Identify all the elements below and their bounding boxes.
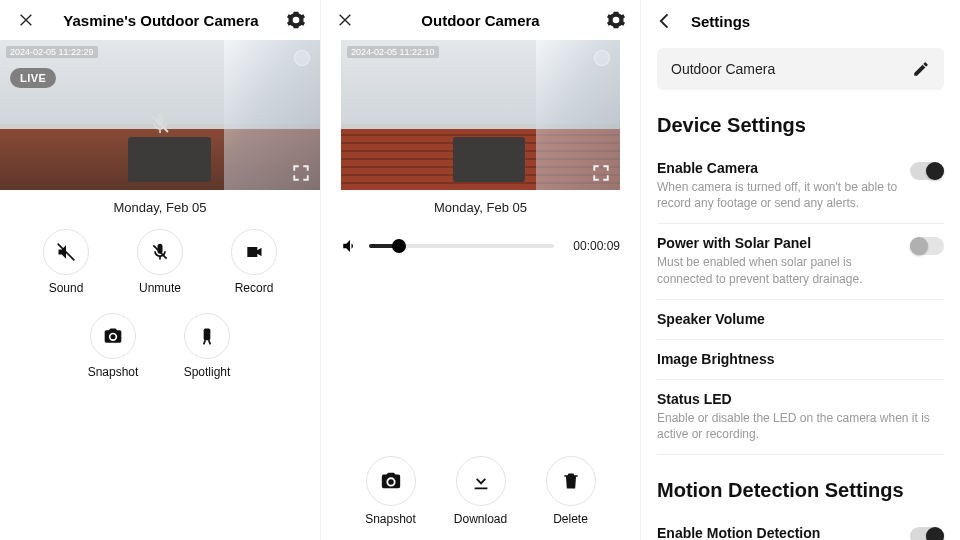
setting-title: Speaker Volume (657, 311, 944, 327)
sound-label: Sound (49, 281, 84, 295)
settings-panel: Settings Outdoor Camera Device Settings … (640, 0, 960, 540)
svg-rect-0 (204, 329, 211, 341)
microphone-icon (148, 112, 172, 136)
close-icon[interactable] (14, 8, 38, 32)
setting-title: Enable Motion Detection (657, 525, 898, 540)
live-badge: LIVE (10, 68, 56, 88)
section-title-motion: Motion Detection Settings (657, 479, 944, 502)
unmute-label: Unmute (139, 281, 181, 295)
spotlight-button[interactable]: Spotlight (175, 313, 239, 379)
setting-solar-panel: Power with Solar PanelMust be enabled wh… (657, 224, 944, 299)
snapshot-label: Snapshot (88, 365, 139, 379)
seek-slider[interactable] (369, 244, 554, 248)
setting-title: Power with Solar Panel (657, 235, 898, 251)
record-button[interactable]: Record (222, 229, 286, 295)
sound-button[interactable]: Sound (34, 229, 98, 295)
record-label: Record (235, 281, 274, 295)
setting-desc: Must be enabled when solar panel is conn… (657, 254, 898, 286)
back-arrow-icon[interactable] (653, 9, 677, 33)
close-icon[interactable] (333, 8, 357, 32)
device-name-value: Outdoor Camera (671, 61, 775, 77)
setting-title: Status LED (657, 391, 944, 407)
page-title: Settings (691, 13, 750, 30)
setting-enable-camera: Enable CameraWhen camera is turned off, … (657, 149, 944, 224)
page-title: Outdoor Camera (357, 12, 604, 29)
setting-image-brightness[interactable]: Image Brightness (657, 340, 944, 380)
time-display: 00:00:09 (564, 239, 620, 253)
setting-status-led[interactable]: Status LEDEnable or disable the LED on t… (657, 380, 944, 455)
date-label: Monday, Feb 05 (0, 190, 320, 223)
pencil-icon[interactable] (912, 60, 930, 78)
header: Outdoor Camera (321, 0, 640, 40)
setting-desc: Enable or disable the LED on the camera … (657, 410, 944, 442)
unmute-button[interactable]: Unmute (128, 229, 192, 295)
playback-panel: Outdoor Camera 2024-02-05 11:22:10 Monda… (320, 0, 640, 540)
video-timestamp: 2024-02-05 11:22:29 (6, 46, 98, 58)
gear-icon[interactable] (604, 8, 628, 32)
snapshot-button[interactable]: Snapshot (81, 313, 145, 379)
video-playback[interactable]: 2024-02-05 11:22:10 (341, 40, 620, 190)
header: Yasmine's Outdoor Camera (0, 0, 320, 40)
playback-actions: Snapshot Download Delete (321, 452, 640, 540)
toggle-enable-camera[interactable] (910, 162, 944, 180)
brand-badge-icon (294, 50, 310, 66)
fullscreen-icon[interactable] (592, 164, 610, 182)
snapshot-button[interactable]: Snapshot (359, 456, 423, 526)
gear-icon[interactable] (284, 8, 308, 32)
date-label: Monday, Feb 05 (321, 190, 640, 223)
spotlight-label: Spotlight (184, 365, 231, 379)
download-label: Download (454, 512, 507, 526)
setting-desc: When camera is turned off, it won't be a… (657, 179, 898, 211)
toggle-solar-panel[interactable] (910, 237, 944, 255)
delete-button[interactable]: Delete (539, 456, 603, 526)
fullscreen-icon[interactable] (292, 164, 310, 182)
delete-label: Delete (553, 512, 588, 526)
setting-motion-detection: Enable Motion DetectionIf disabled, your… (657, 514, 944, 540)
toggle-motion-detection[interactable] (910, 527, 944, 540)
live-view-panel: Yasmine's Outdoor Camera 2024-02-05 11:2… (0, 0, 320, 540)
video-timestamp: 2024-02-05 11:22:10 (347, 46, 439, 58)
playback-bar: 00:00:09 (321, 223, 640, 269)
header: Settings (641, 0, 960, 40)
download-button[interactable]: Download (449, 456, 513, 526)
setting-title: Image Brightness (657, 351, 944, 367)
device-name-field[interactable]: Outdoor Camera (657, 48, 944, 90)
brand-badge-icon (594, 50, 610, 66)
video-live[interactable]: 2024-02-05 11:22:29 LIVE (0, 40, 320, 190)
page-title: Yasmine's Outdoor Camera (38, 12, 284, 29)
setting-speaker-volume[interactable]: Speaker Volume (657, 300, 944, 340)
setting-title: Enable Camera (657, 160, 898, 176)
snapshot-label: Snapshot (365, 512, 416, 526)
section-title-device: Device Settings (657, 114, 944, 137)
controls-grid: Sound Unmute Record Snapshot Spotlight (0, 223, 320, 385)
volume-icon[interactable] (341, 237, 359, 255)
